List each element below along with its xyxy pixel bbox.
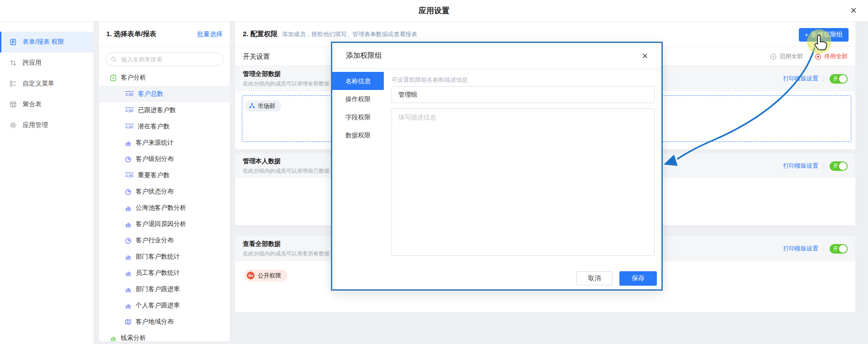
tab-data-permission[interactable]: 数据权限	[332, 126, 384, 144]
print-template-link[interactable]: 打印模版设置	[783, 162, 818, 170]
save-button[interactable]: 保存	[619, 271, 657, 286]
bar-chart-green-icon	[110, 335, 117, 342]
toggle-on-label: 开	[833, 163, 838, 170]
stop-circle-icon	[815, 53, 821, 60]
number-card-icon: 4,80	[125, 108, 134, 113]
print-template-link[interactable]: 打印模版设置	[783, 245, 818, 253]
switch-settings-label: 开关设置	[243, 52, 270, 61]
member-name: 市场部	[258, 102, 275, 110]
tree-item[interactable]: 客户退回原因分析	[99, 216, 230, 232]
pie-chart-icon	[125, 188, 132, 195]
custom-menu-icon	[9, 80, 17, 87]
toggle-knob	[839, 75, 847, 83]
group-name-input[interactable]	[392, 86, 655, 103]
modal-title: 添加权限组	[346, 51, 382, 61]
tree-label: 潜在客户数	[138, 123, 170, 131]
form-a-icon: A	[110, 75, 117, 81]
close-icon[interactable]: ×	[847, 4, 860, 17]
tab-operation-permission[interactable]: 操作权限	[332, 90, 384, 108]
pie-chart-icon	[125, 156, 132, 163]
tree-item[interactable]: 4,80 已跟进客户数	[99, 102, 230, 118]
modal-content: 可设置权限组名称和描述信息	[384, 69, 661, 263]
tree-label: 个人客户跟进率	[136, 302, 180, 310]
plus-icon: +	[805, 31, 808, 38]
tab-field-permission[interactable]: 字段权限	[332, 108, 384, 126]
sidebar-item-form-report-permission[interactable]: 表单/报表 权限	[0, 32, 94, 52]
tree-item[interactable]: 公海池客户数分析	[99, 200, 230, 216]
number-card-icon: 4,80	[125, 124, 134, 130]
tree-item[interactable]: 4,80 潜在客户数	[99, 118, 230, 135]
toggle-knob	[839, 162, 847, 170]
sidebar-item-aggregate-table[interactable]: 聚合表	[0, 94, 94, 115]
key-icon	[247, 272, 255, 279]
tree-item[interactable]: 客户地域分布	[99, 314, 230, 330]
title-bar: 应用设置 ×	[0, 0, 868, 22]
section-subtitle: 在此分组内的成员可以查看所有数据	[243, 250, 330, 258]
sidebar-item-label: 应用管理	[23, 121, 48, 129]
form-panel-header: 1. 选择表单/报表 批量选择	[99, 22, 230, 47]
tree-item[interactable]: 4,80 重要客户数	[99, 167, 230, 184]
tree-item[interactable]: 部门客户跟进率	[99, 281, 230, 297]
public-permission-tag[interactable]: 公开权限	[244, 269, 288, 282]
public-permission-label: 公开权限	[258, 272, 281, 280]
modal-body: 名称信息 操作权限 字段权限 数据权限 可设置权限组名称和描述信息	[332, 69, 661, 263]
section-title: 管理本人数据	[243, 157, 330, 165]
tree-item[interactable]: 员工客户数统计	[99, 265, 230, 281]
tree-label: 线索分析	[121, 334, 146, 341]
enable-all-button[interactable]: 启用全部	[770, 52, 803, 61]
gear-icon	[9, 122, 17, 129]
search-input[interactable]	[120, 56, 218, 63]
toggle-knob	[839, 245, 847, 253]
tree-label: 客户分析	[121, 74, 146, 82]
play-circle-icon	[770, 53, 777, 60]
tree-item[interactable]: 部门客户数统计	[99, 249, 230, 265]
tree-label: 员工客户数统计	[136, 269, 180, 277]
form-tree: A 客户分析 4,80 客户总数 4,80 已跟进客户数 4,80 潜在客户数 …	[99, 69, 230, 341]
divider	[824, 245, 824, 252]
number-card-icon: 4,80	[125, 173, 134, 179]
modal-close-icon[interactable]: ×	[642, 51, 648, 61]
search-icon	[111, 56, 117, 62]
modal-hint: 可设置权限组名称和描述信息	[392, 75, 655, 85]
new-permission-group-button[interactable]: + 新建权限组	[799, 28, 849, 42]
form-panel-title: 1. 选择表单/报表	[106, 30, 156, 38]
map-icon	[125, 319, 132, 325]
toggle-on-label: 开	[833, 75, 838, 82]
tree-group[interactable]: 线索分析	[99, 330, 230, 341]
bar-chart-icon	[125, 270, 132, 277]
tree-label: 客户地域分布	[136, 318, 174, 326]
bar-chart-icon	[125, 302, 132, 309]
section-toggle[interactable]: 开	[830, 161, 848, 171]
section-toggle[interactable]: 开	[830, 244, 848, 254]
section-toggle[interactable]: 开	[830, 74, 848, 84]
sidebar-item-app-management[interactable]: 应用管理	[0, 115, 94, 136]
bar-chart-icon	[125, 205, 132, 212]
disable-all-button[interactable]: 停用全部	[815, 52, 848, 61]
tree-group[interactable]: A 客户分析	[99, 70, 230, 86]
group-description-textarea[interactable]	[392, 108, 655, 256]
sidebar-item-cross-app[interactable]: 跨应用	[0, 52, 94, 73]
search-box[interactable]	[105, 52, 223, 66]
toggle-on-label: 开	[833, 245, 838, 252]
section-title: 查看全部数据	[243, 240, 330, 248]
batch-select-link[interactable]: 批量选择	[197, 30, 222, 38]
tree-item[interactable]: 客户状态分布	[99, 184, 230, 200]
tree-item[interactable]: 客户行业分布	[99, 232, 230, 249]
tree-item[interactable]: 客户级别分布	[99, 151, 230, 167]
org-icon	[249, 103, 255, 109]
tree-label: 客户级别分布	[136, 155, 174, 163]
cancel-button[interactable]: 取消	[576, 271, 613, 285]
tab-name-info[interactable]: 名称信息	[332, 72, 384, 90]
member-tag[interactable]: 市场部	[245, 100, 281, 112]
tree-item[interactable]: 4,80 客户总数	[99, 86, 230, 102]
tree-label: 部门客户跟进率	[136, 285, 180, 293]
tree-item[interactable]: 个人客户跟进率	[99, 297, 230, 314]
tree-label: 客户总数	[138, 90, 163, 98]
tree-item[interactable]: 客户来源统计	[99, 135, 230, 151]
pie-chart-icon	[125, 237, 132, 244]
print-template-link[interactable]: 打印模版设置	[783, 75, 818, 83]
divider	[824, 75, 824, 82]
enable-all-label: 启用全部	[779, 52, 803, 61]
bar-chart-icon	[125, 221, 132, 228]
sidebar-item-custom-menu[interactable]: 自定义菜单	[0, 73, 94, 94]
